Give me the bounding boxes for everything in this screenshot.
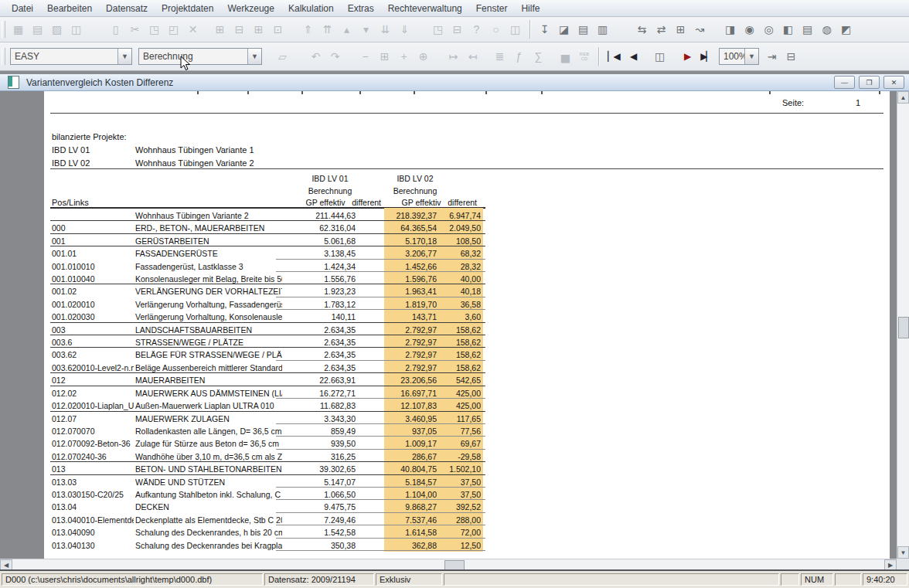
- paste-icon[interactable]: ◰: [165, 21, 182, 39]
- help-icon[interactable]: ?: [468, 21, 485, 39]
- hierarchy-structure-icon[interactable]: ⊡: [269, 21, 287, 39]
- first-page-button[interactable]: ▏◀: [604, 48, 622, 66]
- table-row: 013BETON- UND STAHLBETONARBEITEN39.302,6…: [50, 462, 485, 474]
- report-copy-icon[interactable]: ◫: [67, 21, 85, 39]
- insert-after-icon[interactable]: ↤: [464, 48, 482, 66]
- hierarchy-outline-icon[interactable]: ⊟: [230, 21, 248, 39]
- cut-icon[interactable]: ✂: [126, 21, 144, 39]
- archive-document-icon[interactable]: ◪: [555, 21, 573, 39]
- vertical-scrollbar[interactable]: ▲ ▼: [897, 91, 909, 559]
- reb-export-icon[interactable]: REB CD: [576, 48, 593, 66]
- toolbar-group-open: ▱: [273, 48, 292, 66]
- report-design-icon[interactable]: ▤: [29, 21, 46, 39]
- continue-button[interactable]: ▶: [678, 48, 696, 66]
- menu-extras[interactable]: Extras: [341, 1, 381, 16]
- search-icon[interactable]: ○: [487, 21, 505, 39]
- page-preview-icon[interactable]: ◳: [429, 21, 447, 39]
- jump-document-icon[interactable]: ◩: [837, 21, 855, 39]
- document-check-icon[interactable]: ▤: [574, 21, 592, 39]
- copy-icon[interactable]: ◳: [145, 21, 163, 39]
- chevron-down-icon[interactable]: ▼: [117, 49, 131, 64]
- document-open-icon[interactable]: ◧: [779, 21, 797, 39]
- last-page-button[interactable]: ▶▏: [697, 48, 715, 66]
- undo-icon[interactable]: ↶: [307, 48, 325, 66]
- replace-position-icon[interactable]: ⊞: [376, 48, 393, 66]
- document-list-icon[interactable]: ▤: [798, 21, 816, 39]
- move-top-icon[interactable]: ⇑: [299, 21, 317, 39]
- vertical-scroll-thumb[interactable]: [898, 317, 909, 338]
- scroll-up-icon[interactable]: ▲: [897, 91, 909, 104]
- menu-bearbeiten[interactable]: Bearbeiten: [40, 1, 99, 16]
- insert-before-icon[interactable]: ↦: [444, 48, 462, 66]
- project-name: Wohnhaus Tübingen Variante 1: [135, 145, 254, 155]
- zoom-refresh-icon[interactable]: ◎: [760, 21, 778, 39]
- column-project-2: IBD LV 02: [363, 174, 468, 183]
- compare-right-icon[interactable]: ⇄: [652, 21, 670, 39]
- move-down-icon[interactable]: ▾: [357, 21, 375, 39]
- new-position-icon[interactable]: ▯: [107, 21, 124, 39]
- report-image-icon[interactable]: ▨: [48, 21, 66, 39]
- table-view-icon[interactable]: ◫: [506, 21, 524, 39]
- remove-position-icon[interactable]: −: [356, 48, 374, 66]
- projects-label: bilanzierte Projekte:: [52, 132, 127, 141]
- import-document-icon[interactable]: ↧: [536, 21, 553, 39]
- menu-kalkulation[interactable]: Kalkulation: [281, 1, 341, 16]
- close-print-group: ⇥⊟: [762, 48, 801, 66]
- close-preview-button[interactable]: ⇥: [763, 48, 781, 66]
- sum-icon[interactable]: ∑: [529, 48, 547, 66]
- close-button[interactable]: ✕: [883, 76, 904, 89]
- chevron-down-icon[interactable]: ▼: [247, 49, 261, 64]
- print-icon[interactable]: ⊟: [448, 21, 466, 39]
- toolbar-group-calc: ≣ƒ∑: [490, 48, 548, 66]
- print-report-button[interactable]: ⊟: [782, 48, 800, 66]
- open-report-icon[interactable]: ▱: [274, 48, 291, 66]
- toolbar-group-insert: ↦↤: [444, 48, 482, 66]
- pin-icon[interactable]: ↝: [691, 21, 709, 39]
- search-next-icon[interactable]: ◍: [818, 21, 836, 39]
- menu-projektdaten[interactable]: Projektdaten: [155, 1, 220, 16]
- compare-left-icon[interactable]: ⇆: [633, 21, 651, 39]
- move-up-icon[interactable]: ▴: [338, 21, 356, 39]
- cell-desc: Fassadengerüst, Lastklasse 3: [135, 260, 282, 273]
- mode-panel: Exklusiv: [376, 573, 442, 586]
- document-forward-icon[interactable]: ▥: [594, 21, 611, 39]
- copy-pages-button[interactable]: ◫: [651, 48, 669, 66]
- move-page-down-icon[interactable]: ⇊: [376, 21, 394, 39]
- window-grid-icon[interactable]: ⊞: [672, 21, 689, 39]
- add-position-icon[interactable]: +: [395, 48, 413, 66]
- cell-pos: 001.01: [52, 247, 134, 260]
- hierarchy-edit-icon[interactable]: ⊞: [250, 21, 267, 39]
- minimize-button[interactable]: —: [834, 76, 855, 89]
- chevron-down-icon[interactable]: ▼: [744, 49, 758, 64]
- toolbar-grip-2[interactable]: [2, 48, 5, 65]
- numbered-list-icon[interactable]: ≣: [491, 48, 509, 66]
- comparison-table: Wohnhaus Tübingen Variante 2211.444,6321…: [50, 209, 485, 551]
- zoom-document-icon[interactable]: ◉: [740, 21, 758, 39]
- zoom-combobox[interactable]: 100% ▼: [719, 48, 759, 65]
- menu-werkzeuge[interactable]: Werkzeuge: [220, 1, 281, 16]
- cell-pos: 001.02: [52, 285, 134, 297]
- menu-hilfe[interactable]: Hilfe: [514, 1, 546, 16]
- scroll-down-icon[interactable]: ▼: [897, 546, 909, 559]
- easy-combobox[interactable]: EASY ▼: [10, 48, 132, 65]
- redo-icon[interactable]: ↷: [326, 48, 344, 66]
- export-document-icon[interactable]: ◨: [721, 21, 739, 39]
- menu-datensatz[interactable]: Datensatz: [99, 1, 155, 16]
- report-wizard-icon[interactable]: ▦: [9, 21, 27, 39]
- table-row: 003.6STRASSEN/WEGE / PLÄTZE2.634,352.792…: [50, 335, 485, 348]
- delete-icon[interactable]: ✕: [184, 21, 202, 39]
- add-group-icon[interactable]: ⊕: [414, 48, 432, 66]
- report-combobox[interactable]: Berechnung ▼: [138, 48, 262, 65]
- document-window-titlebar[interactable]: Variantenvergleich Kosten Differenz — ❐ …: [0, 74, 909, 91]
- prev-page-button[interactable]: ◀: [624, 48, 642, 66]
- menu-fenster[interactable]: Fenster: [469, 1, 515, 16]
- toolbar-grip[interactable]: [2, 21, 5, 38]
- statistics-icon[interactable]: ▅: [557, 48, 574, 66]
- menu-rechteverwaltung[interactable]: Rechteverwaltung: [381, 1, 469, 16]
- move-page-up-icon[interactable]: ⇈: [318, 21, 336, 39]
- restore-button[interactable]: ❐: [859, 76, 880, 89]
- formula-icon[interactable]: ƒ: [510, 48, 528, 66]
- hierarchy-insert-icon[interactable]: ⊞: [211, 21, 229, 39]
- menu-datei[interactable]: Datei: [5, 1, 40, 16]
- move-bottom-icon[interactable]: ⇓: [396, 21, 414, 39]
